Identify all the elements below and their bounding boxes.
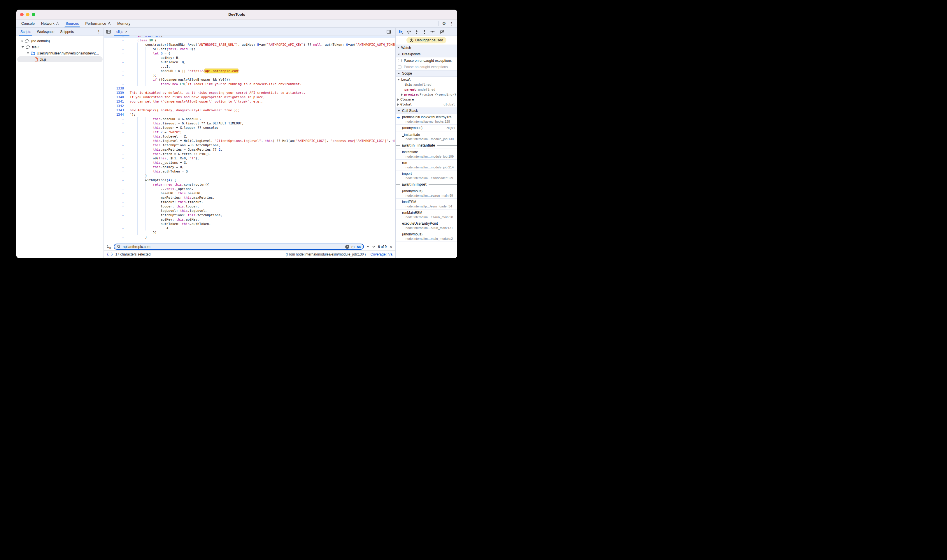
gutter-marker[interactable]: - xyxy=(104,226,128,231)
gutter-marker[interactable]: - xyxy=(104,217,128,222)
tree-item-node-folder[interactable]: Users/jinhuilee/.nvm/versions/node/v2… xyxy=(16,50,103,56)
scope-row-promise[interactable]: promise: Promise {<pending>} xyxy=(396,92,457,97)
call-stack-frame[interactable]: runnode:internal/m…module_job:214 xyxy=(396,160,457,171)
pretty-print-icon[interactable]: { } xyxy=(107,252,113,256)
maximize-window-button[interactable] xyxy=(32,13,35,16)
minimize-window-button[interactable] xyxy=(26,13,29,16)
gutter-marker[interactable]: 1339 xyxy=(104,91,128,95)
search-input[interactable] xyxy=(123,245,343,249)
settings-gear-icon[interactable]: ⚙ xyxy=(442,21,446,26)
close-tab-icon[interactable]: × xyxy=(125,29,127,34)
gutter-marker[interactable]: - xyxy=(104,69,128,73)
tab-workspace[interactable]: Workspace xyxy=(34,28,57,35)
gutter-marker[interactable]: - xyxy=(104,117,128,121)
gutter-marker[interactable]: - xyxy=(104,60,128,65)
replace-toggle-icon[interactable]: AB xyxy=(106,244,111,249)
coverage-link[interactable]: Coverage: n/a xyxy=(370,252,392,256)
source-mapped-from-link[interactable]: node:internal/modules/esm/module_job:130 xyxy=(296,252,364,256)
deactivate-breakpoints-button[interactable] xyxy=(438,29,446,34)
gutter-marker[interactable]: - xyxy=(104,160,128,165)
breakpoints-section-header[interactable]: Breakpoints xyxy=(396,51,457,57)
gutter-marker[interactable]: - xyxy=(104,143,128,148)
gutter-marker[interactable]: - xyxy=(104,36,128,38)
gutter-marker[interactable]: - xyxy=(104,126,128,130)
chevron-down-icon[interactable] xyxy=(27,52,29,54)
gutter-marker[interactable]: - xyxy=(104,204,128,209)
chevron-right-icon[interactable] xyxy=(397,103,399,106)
gutter-marker[interactable]: - xyxy=(104,174,128,178)
tab-snippets[interactable]: Snippets xyxy=(57,28,77,35)
code-editor[interactable]: - var Xs0, $F1;- class $8 {- constructor… xyxy=(104,36,395,243)
gutter-marker[interactable]: - xyxy=(104,152,128,156)
chevron-right-icon[interactable] xyxy=(397,98,399,101)
pause-uncaught-exceptions-row[interactable]: Pause on uncaught exceptions xyxy=(396,57,457,64)
gutter-marker[interactable]: - xyxy=(104,231,128,235)
gutter-marker[interactable]: - xyxy=(104,195,128,200)
scope-row-Global[interactable]: Globalglobal xyxy=(396,102,457,107)
gutter-marker[interactable]: - xyxy=(104,187,128,191)
call-stack-frame[interactable]: executeUserEntryPointnode:internal/m…s/r… xyxy=(396,220,457,231)
step-button[interactable] xyxy=(428,29,436,34)
step-into-button[interactable] xyxy=(413,29,420,34)
gutter-marker[interactable]: - xyxy=(104,82,128,86)
gutter-marker[interactable]: 1343 xyxy=(104,108,128,112)
tab-performance[interactable]: Performance xyxy=(82,20,114,28)
call-stack-frame[interactable]: (anonymous)node:internal/m…es/run_main:9… xyxy=(396,188,457,199)
call-stack-frame[interactable]: _instantiatenode:internal/m…module_job:1… xyxy=(396,131,457,142)
resume-script-button[interactable] xyxy=(397,29,405,34)
scope-row-Local[interactable]: Local xyxy=(396,77,457,82)
gutter-marker[interactable]: 1342 xyxy=(104,104,128,108)
gutter-marker[interactable]: - xyxy=(104,200,128,204)
gutter-marker[interactable]: - xyxy=(104,191,128,195)
tree-item-file-protocol[interactable]: file:// xyxy=(16,44,103,50)
gutter-marker[interactable]: - xyxy=(104,178,128,182)
step-out-button[interactable] xyxy=(420,29,428,34)
checkbox-unchecked[interactable] xyxy=(398,59,401,62)
gutter-marker[interactable]: - xyxy=(104,38,128,43)
close-window-button[interactable] xyxy=(20,13,24,16)
call-stack-frame[interactable]: instantiatenode:internal/m…module_job:10… xyxy=(396,149,457,160)
gutter-marker[interactable]: - xyxy=(104,182,128,187)
tab-network[interactable]: Network xyxy=(38,20,62,28)
gutter-marker[interactable]: - xyxy=(104,209,128,213)
editor-tab-cli-js[interactable]: cli.js × xyxy=(113,28,131,35)
clear-search-icon[interactable]: × xyxy=(345,245,349,249)
hide-navigator-icon[interactable] xyxy=(104,28,113,35)
next-match-icon[interactable] xyxy=(372,245,376,249)
gutter-marker[interactable]: - xyxy=(104,130,128,134)
gutter-marker[interactable]: - xyxy=(104,235,128,239)
gutter-marker[interactable]: 1338 xyxy=(104,86,128,91)
gutter-marker[interactable]: - xyxy=(104,43,128,47)
regex-toggle[interactable]: (*) xyxy=(351,245,355,249)
scope-row-this[interactable]: this: undefined xyxy=(396,82,457,87)
chevron-down-icon[interactable] xyxy=(397,79,400,80)
gutter-marker[interactable]: - xyxy=(104,169,128,174)
call-stack-frame[interactable]: importnode:internal/m…esm/loader:329 xyxy=(396,171,457,181)
scope-row-parent[interactable]: parent: undefined xyxy=(396,87,457,92)
chevron-down-icon[interactable] xyxy=(22,46,24,48)
gutter-marker[interactable]: - xyxy=(104,134,128,139)
gutter-marker[interactable]: - xyxy=(104,55,128,60)
more-options-icon[interactable]: ⋮ xyxy=(450,21,453,26)
tab-sources[interactable]: Sources xyxy=(62,20,82,28)
tab-scripts[interactable]: Scripts xyxy=(17,28,34,35)
close-search-icon[interactable]: × xyxy=(389,244,393,249)
match-case-toggle[interactable]: Aa xyxy=(356,245,361,249)
previous-match-icon[interactable] xyxy=(366,245,370,249)
callstack-section-header[interactable]: Call Stack xyxy=(396,108,457,114)
gutter-marker[interactable]: - xyxy=(104,47,128,51)
tree-item-no-domain[interactable]: (no domain) xyxy=(16,38,103,44)
gutter-marker[interactable]: - xyxy=(104,148,128,152)
gutter-marker[interactable]: - xyxy=(104,165,128,169)
chevron-right-icon[interactable] xyxy=(401,94,403,96)
call-stack-frame[interactable]: (anonymous)node:internal/m…main_module:2 xyxy=(396,231,457,242)
gutter-marker[interactable]: 1341 xyxy=(104,99,128,104)
gutter-marker[interactable]: - xyxy=(104,65,128,69)
navigator-more-icon[interactable]: ⋮ xyxy=(94,28,103,35)
gutter-marker[interactable]: - xyxy=(104,77,128,82)
scope-section-header[interactable]: Scope xyxy=(396,70,457,77)
gutter-marker[interactable]: - xyxy=(104,51,128,55)
gutter-marker[interactable]: - xyxy=(104,139,128,143)
gutter-marker[interactable]: - xyxy=(104,222,128,226)
call-stack-frame[interactable]: runMainESMnode:internal/m…es/run_main:98 xyxy=(396,209,457,220)
